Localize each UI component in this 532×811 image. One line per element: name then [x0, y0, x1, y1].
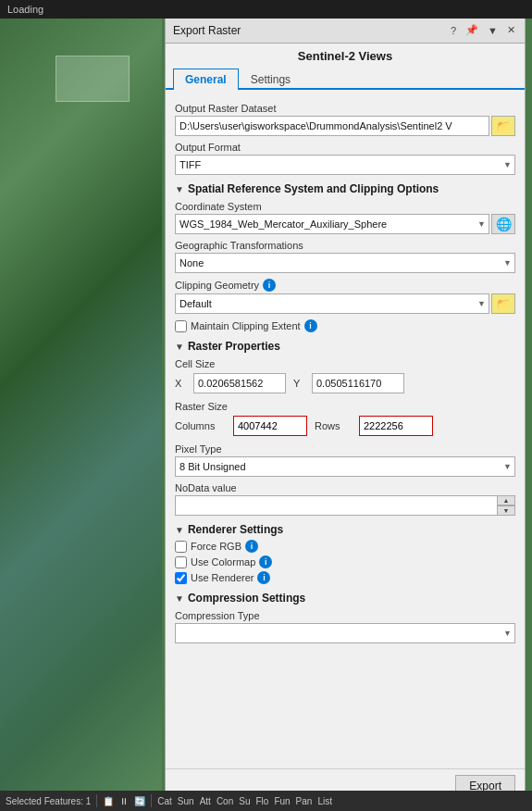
geo-transforms-select[interactable]: None [175, 253, 515, 273]
status-tab-pan[interactable]: Pan [296, 796, 313, 806]
tabs-bar: General Settings [166, 69, 525, 90]
status-tab-sun[interactable]: Sun [178, 796, 194, 806]
use-colormap-checkbox[interactable] [175, 556, 187, 568]
compression-settings-section-header[interactable]: ▼ Compression Settings [175, 592, 515, 605]
cell-y-input[interactable] [312, 373, 404, 393]
title-bar-controls: ? 📌 ▼ ✕ [449, 24, 517, 36]
cell-x-label: X [175, 378, 186, 389]
selected-features-status: Selected Features: 1 [6, 796, 91, 806]
cell-x-input[interactable] [193, 373, 286, 393]
spatial-ref-arrow-icon: ▼ [175, 184, 184, 194]
panel-content[interactable]: Output Raster Dataset 📁 Output Format TI… [166, 90, 525, 768]
maintain-clipping-row: Maintain Clipping Extent i [175, 319, 515, 332]
geo-transforms-select-wrap: None ▼ [175, 253, 515, 273]
output-format-select[interactable]: TIFF JPEG PNG BMP GRID [175, 155, 515, 175]
raster-size-label: Raster Size [175, 401, 515, 412]
status-divider-1 [96, 794, 97, 807]
clipping-geometry-browse-button[interactable]: 📁 [491, 293, 515, 314]
raster-properties-section-header[interactable]: ▼ Raster Properties [175, 340, 515, 353]
compression-settings-title: Compression Settings [188, 592, 305, 605]
raster-properties-arrow-icon: ▼ [175, 342, 184, 352]
nodata-increment-button[interactable]: ▲ [497, 495, 515, 505]
raster-size-row: Columns Rows [175, 416, 515, 436]
renderer-settings-section-header[interactable]: ▼ Renderer Settings [175, 523, 515, 536]
spatial-ref-section-header[interactable]: ▼ Spatial Reference System and Clipping … [175, 182, 515, 195]
coord-system-select-wrap: WGS_1984_Web_Mercator_Auxiliary_Sphere ▼ [175, 214, 489, 234]
use-colormap-info-icon[interactable]: i [259, 555, 272, 568]
map-overlay-element [56, 56, 130, 102]
pixel-type-label: Pixel Type [175, 443, 515, 455]
force-rgb-info-icon[interactable]: i [245, 540, 258, 553]
status-tab-list[interactable]: List [317, 796, 332, 806]
coord-system-label: Coordinate System [175, 201, 515, 212]
clipping-geometry-info-icon[interactable]: i [263, 279, 276, 292]
top-bar-text: Loading [7, 4, 43, 15]
title-bar: Export Raster ? 📌 ▼ ✕ [166, 18, 525, 44]
close-button[interactable]: ✕ [505, 24, 517, 36]
nodata-wrap: ▲ ▼ [175, 495, 515, 516]
clipping-geometry-row: Default ▼ 📁 [175, 293, 515, 314]
panel-title: Export Raster [173, 24, 241, 37]
status-tab-flo[interactable]: Flo [255, 796, 268, 806]
renderer-settings-title: Renderer Settings [188, 523, 283, 536]
compression-type-select-wrap: NONE LZW JPEG DEFLATE ▼ [175, 623, 515, 643]
pixel-type-select-wrap: 8 Bit Unsigned 16 Bit Unsigned 32 Bit Fl… [175, 456, 515, 477]
menu-button[interactable]: ▼ [486, 25, 500, 36]
compression-settings-arrow-icon: ▼ [175, 593, 184, 604]
geo-transforms-label: Geographic Transformations [175, 240, 515, 251]
pixel-type-select[interactable]: 8 Bit Unsigned 16 Bit Unsigned 32 Bit Fl… [175, 456, 515, 477]
use-renderer-info-icon[interactable]: i [257, 571, 270, 584]
cell-size-label: Cell Size [175, 358, 515, 369]
output-format-select-wrap: TIFF JPEG PNG BMP GRID ▼ [175, 155, 515, 175]
status-tab-cat[interactable]: Cat [157, 796, 172, 806]
output-raster-browse-button[interactable]: 📁 [491, 116, 515, 136]
status-tab-con[interactable]: Con [217, 796, 233, 806]
rows-input[interactable] [359, 416, 433, 436]
coord-system-row: WGS_1984_Web_Mercator_Auxiliary_Sphere ▼… [175, 214, 515, 234]
status-icon-3: 🔄 [134, 796, 145, 806]
help-button[interactable]: ? [449, 25, 458, 36]
rows-label: Rows [315, 420, 352, 431]
pin-button[interactable]: 📌 [464, 24, 480, 36]
clipping-geometry-label: Clipping Geometry [175, 280, 259, 291]
renderer-settings-arrow-icon: ▼ [175, 525, 184, 535]
status-icon-2: ⏸ [119, 796, 129, 806]
coord-system-globe-button[interactable]: 🌐 [491, 214, 515, 234]
use-renderer-checkbox[interactable] [175, 572, 187, 584]
maintain-clipping-checkbox[interactable] [175, 320, 187, 332]
output-raster-input[interactable] [175, 116, 489, 136]
nodata-input[interactable] [175, 495, 515, 516]
maintain-clipping-label: Maintain Clipping Extent [191, 320, 301, 331]
force-rgb-label: Force RGB [191, 541, 241, 552]
status-bar: Selected Features: 1 📋 ⏸ 🔄 Cat Sun Att C… [0, 791, 532, 811]
maintain-clipping-info-icon[interactable]: i [304, 319, 317, 332]
nodata-decrement-button[interactable]: ▼ [497, 505, 515, 516]
columns-input[interactable] [233, 416, 307, 436]
use-renderer-label: Use Renderer [191, 572, 254, 583]
status-tab-fun[interactable]: Fun [274, 796, 290, 806]
cell-size-row: X Y [175, 373, 515, 393]
use-colormap-row: Use Colormap i [175, 555, 515, 568]
map-background [0, 0, 162, 811]
force-rgb-checkbox[interactable] [175, 541, 187, 553]
cell-y-label: Y [293, 378, 304, 389]
status-tab-su[interactable]: Su [239, 796, 250, 806]
force-rgb-row: Force RGB i [175, 540, 515, 553]
clipping-geometry-select[interactable]: Default [175, 293, 489, 314]
clipping-geometry-select-wrap: Default ▼ [175, 293, 489, 314]
export-raster-panel: Export Raster ? 📌 ▼ ✕ Sentinel-2 Views G… [165, 17, 526, 804]
status-tab-att[interactable]: Att [200, 796, 211, 806]
tab-settings[interactable]: Settings [239, 69, 303, 90]
status-icon-1: 📋 [103, 796, 114, 806]
nodata-label: NoData value [175, 482, 515, 493]
coord-system-select[interactable]: WGS_1984_Web_Mercator_Auxiliary_Sphere [175, 214, 489, 234]
use-renderer-row: Use Renderer i [175, 571, 515, 584]
top-bar: Loading [0, 0, 532, 19]
dialog-title: Sentinel-2 Views [166, 44, 525, 69]
output-raster-field-row: 📁 [175, 116, 515, 136]
tab-general[interactable]: General [173, 69, 239, 90]
spatial-ref-title: Spatial Reference System and Clipping Op… [188, 182, 439, 195]
nodata-spinner: ▲ ▼ [497, 495, 515, 516]
columns-label: Columns [175, 420, 226, 431]
compression-type-select[interactable]: NONE LZW JPEG DEFLATE [175, 623, 515, 643]
